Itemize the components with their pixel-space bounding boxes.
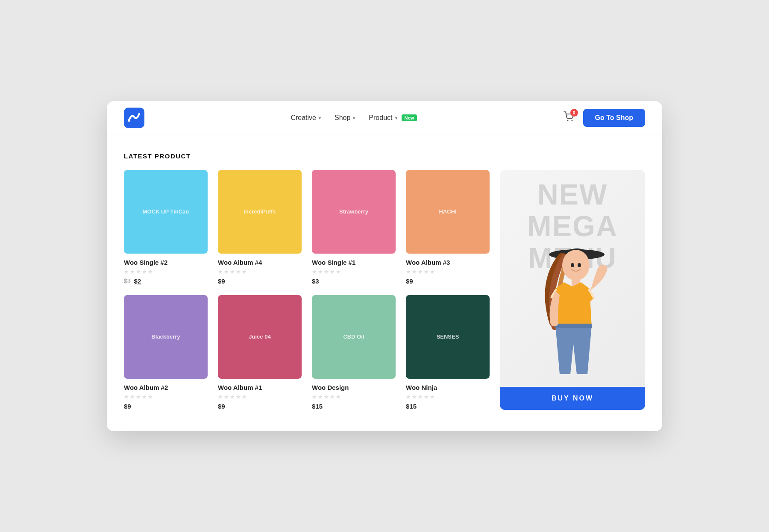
star-icon: ★ — [242, 394, 247, 400]
product-name-7: Woo Design — [312, 384, 396, 391]
price-normal: $15 — [406, 403, 417, 410]
price-normal: $9 — [218, 278, 225, 285]
svg-point-2 — [567, 120, 568, 121]
star-icon: ★ — [424, 269, 429, 275]
product-card-5[interactable]: BlackberryWoo Album #2★★★★★$9 — [124, 295, 208, 410]
star-icon: ★ — [418, 394, 423, 400]
product-price-2: $9 — [218, 278, 302, 285]
product-card-1[interactable]: MOCK UP TinCanWoo Single #2★★★★★$3$2 — [124, 170, 208, 285]
nav-right: 0 Go To Shop — [564, 109, 645, 127]
product-stars-7: ★★★★★ — [312, 394, 396, 400]
product-name-8: Woo Ninja — [406, 384, 490, 391]
product-image-4: HACHI — [406, 170, 490, 254]
star-icon: ★ — [418, 269, 423, 275]
star-icon: ★ — [324, 394, 329, 400]
star-icon: ★ — [330, 269, 335, 275]
product-stars-6: ★★★★★ — [218, 394, 302, 400]
star-icon: ★ — [330, 394, 335, 400]
product-name-5: Woo Album #2 — [124, 384, 208, 391]
go-to-shop-button[interactable]: Go To Shop — [583, 109, 645, 127]
product-image-6: Juice 04 — [218, 295, 302, 379]
star-icon: ★ — [124, 394, 129, 400]
star-icon: ★ — [136, 394, 141, 400]
star-icon: ★ — [406, 269, 411, 275]
price-original: $3 — [124, 278, 131, 284]
product-card-8[interactable]: SENSESWoo Ninja★★★★★$15 — [406, 295, 490, 410]
browser-window: Creative ▾ Shop ▾ Product ▾ New 0 — [107, 101, 662, 431]
product-name-3: Woo Single #1 — [312, 259, 396, 266]
svg-point-1 — [128, 119, 130, 122]
svg-point-5 — [562, 250, 590, 281]
nav-label-shop: Shop — [335, 114, 350, 122]
svg-point-3 — [571, 120, 572, 121]
star-icon: ★ — [142, 394, 147, 400]
chevron-down-icon: ▾ — [353, 116, 355, 120]
price-normal: $9 — [218, 403, 225, 410]
price-sale: $2 — [134, 278, 141, 285]
product-card-7[interactable]: CBD OilWoo Design★★★★★$15 — [312, 295, 396, 410]
star-icon: ★ — [224, 394, 229, 400]
product-stars-4: ★★★★★ — [406, 269, 490, 275]
star-icon: ★ — [218, 269, 223, 275]
star-icon: ★ — [142, 269, 147, 275]
price-normal: $15 — [312, 403, 323, 410]
product-image-5: Blackberry — [124, 295, 208, 379]
product-price-8: $15 — [406, 403, 490, 410]
product-card-3[interactable]: StrawberryWoo Single #1★★★★★$3 — [312, 170, 396, 285]
product-card-6[interactable]: Juice 04Woo Album #1★★★★★$9 — [218, 295, 302, 410]
svg-point-8 — [571, 263, 574, 267]
star-icon: ★ — [130, 394, 135, 400]
price-normal: $9 — [124, 403, 131, 410]
product-image-2: IncrediPuffs — [218, 170, 302, 254]
star-icon: ★ — [242, 269, 247, 275]
products-grid: MOCK UP TinCanWoo Single #2★★★★★$3$2Incr… — [124, 170, 490, 410]
product-stars-2: ★★★★★ — [218, 269, 302, 275]
product-image-1: MOCK UP TinCan — [124, 170, 208, 254]
product-image-7: CBD Oil — [312, 295, 396, 379]
star-icon: ★ — [312, 269, 317, 275]
product-stars-3: ★★★★★ — [312, 269, 396, 275]
cart-button[interactable]: 0 — [564, 111, 575, 124]
nav-item-shop[interactable]: Shop ▾ — [335, 114, 355, 122]
product-price-1: $3$2 — [124, 278, 208, 285]
star-icon: ★ — [236, 394, 241, 400]
product-price-7: $15 — [312, 403, 396, 410]
star-icon: ★ — [236, 269, 241, 275]
product-name-4: Woo Album #3 — [406, 259, 490, 266]
star-icon: ★ — [406, 394, 411, 400]
star-icon: ★ — [124, 269, 129, 275]
promo-person — [517, 170, 628, 387]
product-price-5: $9 — [124, 403, 208, 410]
svg-rect-7 — [555, 324, 592, 328]
price-normal: $9 — [406, 278, 413, 285]
star-icon: ★ — [336, 269, 341, 275]
buy-now-button[interactable]: BUY NOW — [500, 387, 645, 410]
star-icon: ★ — [230, 269, 235, 275]
product-price-4: $9 — [406, 278, 490, 285]
star-icon: ★ — [430, 394, 435, 400]
product-name-6: Woo Album #1 — [218, 384, 302, 391]
logo[interactable] — [124, 108, 144, 128]
star-icon: ★ — [318, 394, 323, 400]
star-icon: ★ — [148, 269, 153, 275]
product-name-2: Woo Album #4 — [218, 259, 302, 266]
star-icon: ★ — [312, 394, 317, 400]
main-content: LATEST PRODUCT MOCK UP TinCanWoo Single … — [107, 135, 662, 431]
section-title: LATEST PRODUCT — [124, 152, 645, 160]
svg-point-9 — [578, 263, 581, 267]
content-layout: MOCK UP TinCanWoo Single #2★★★★★$3$2Incr… — [124, 170, 645, 410]
nav-item-product[interactable]: Product ▾ New — [369, 114, 417, 122]
new-badge: New — [402, 114, 417, 121]
promo-banner: NEW MEGA MENU — [500, 170, 645, 410]
product-card-4[interactable]: HACHIWoo Album #3★★★★★$9 — [406, 170, 490, 285]
person-illustration — [517, 216, 628, 387]
chevron-down-icon: ▾ — [319, 116, 321, 120]
product-stars-5: ★★★★★ — [124, 394, 208, 400]
star-icon: ★ — [218, 394, 223, 400]
star-icon: ★ — [412, 394, 417, 400]
product-card-2[interactable]: IncrediPuffsWoo Album #4★★★★★$9 — [218, 170, 302, 285]
star-icon: ★ — [424, 394, 429, 400]
nav-item-creative[interactable]: Creative ▾ — [291, 114, 321, 122]
product-stars-1: ★★★★★ — [124, 269, 208, 275]
star-icon: ★ — [136, 269, 141, 275]
